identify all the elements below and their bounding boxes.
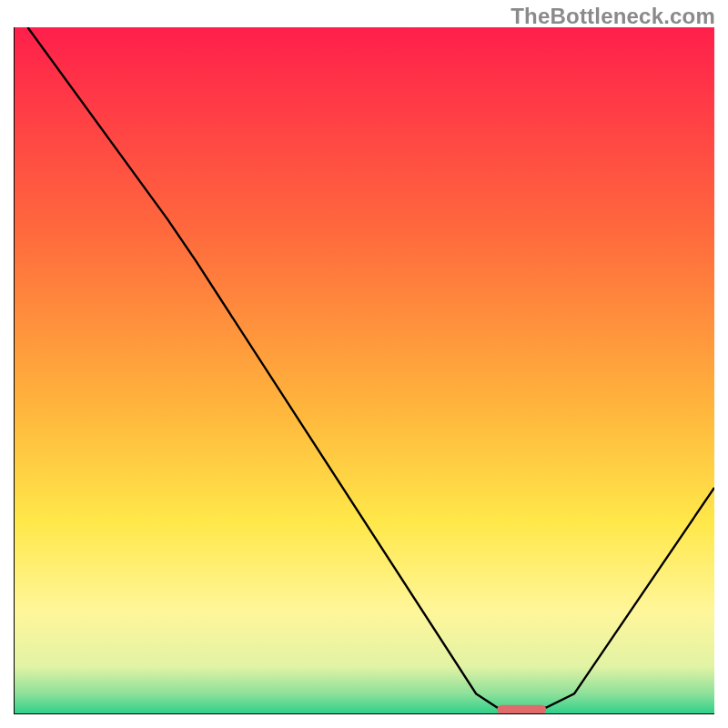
optimal-marker xyxy=(497,705,546,714)
chart-canvas xyxy=(14,27,714,714)
watermark-label: TheBottleneck.com xyxy=(511,4,715,29)
bottleneck-chart xyxy=(14,27,714,714)
gradient-background xyxy=(14,27,714,714)
